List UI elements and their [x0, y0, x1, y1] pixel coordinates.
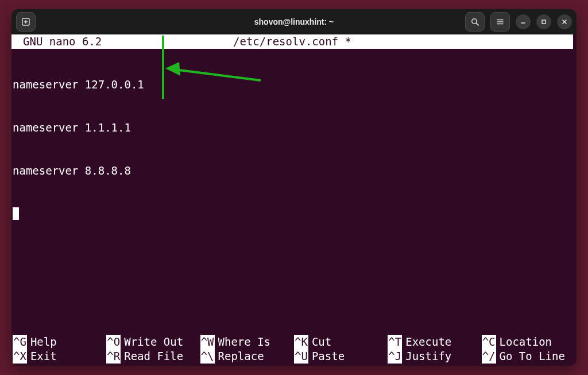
hamburger-icon — [496, 17, 505, 26]
shortcut-key: ^R — [106, 349, 121, 364]
shortcut-label: Cut — [312, 335, 331, 349]
menu-button[interactable] — [490, 12, 510, 32]
shortcut-label: Go To Line — [500, 349, 565, 364]
svg-rect-9 — [542, 20, 546, 24]
shortcut-label: Justify — [405, 349, 451, 364]
minimize-icon — [520, 18, 527, 25]
text-cursor — [13, 207, 19, 220]
shortcut-label: Execute — [405, 335, 451, 349]
shortcut-readfile: ^RRead File — [106, 349, 200, 364]
shortcut-key: ^X — [13, 349, 27, 364]
shortcut-key: ^T — [388, 335, 402, 349]
titlebar-left — [16, 12, 36, 32]
shortcut-replace: ^\Replace — [200, 349, 294, 364]
shortcut-key: ^C — [482, 335, 496, 349]
minimize-button[interactable] — [516, 14, 531, 29]
shortcut-label: Replace — [218, 349, 264, 364]
shortcut-location: ^CLocation — [482, 335, 575, 349]
editor-line: nameserver 127.0.0.1 — [13, 78, 575, 92]
shortcut-label: Read File — [124, 349, 183, 364]
nano-file-name: /etc/resolv.conf * — [233, 34, 351, 49]
maximize-icon — [540, 18, 547, 25]
shortcut-label: Paste — [312, 349, 345, 364]
nano-header-bar: GNU nano 6.2 /etc/resolv.conf * — [11, 34, 573, 49]
shortcut-key: ^\ — [200, 349, 215, 364]
new-tab-icon — [21, 17, 30, 26]
editor-body[interactable]: nameserver 127.0.0.1 nameserver 1.1.1.1 … — [11, 49, 577, 335]
terminal-window: shovon@linuxhint: ~ — [11, 9, 577, 366]
shortcut-exit: ^XExit — [13, 349, 106, 364]
search-button[interactable] — [465, 12, 485, 32]
window-title: shovon@linuxhint: ~ — [254, 17, 334, 26]
shortcut-key: ^K — [294, 335, 308, 349]
close-button[interactable] — [557, 14, 572, 29]
close-icon — [561, 18, 568, 25]
shortcut-label: Write Out — [124, 335, 183, 349]
shortcut-key: ^U — [294, 349, 308, 364]
shortcut-execute: ^TExecute — [388, 335, 481, 349]
nano-shortcuts: ^GHelp ^OWrite Out ^WWhere Is ^KCut ^TEx… — [11, 335, 577, 366]
shortcut-label: Help — [30, 335, 57, 349]
nano-app-name: GNU nano 6.2 — [13, 34, 102, 49]
titlebar: shovon@linuxhint: ~ — [11, 9, 577, 34]
new-tab-button[interactable] — [16, 12, 36, 32]
editor-line: nameserver 1.1.1.1 — [13, 121, 575, 135]
shortcut-whereis: ^WWhere Is — [200, 335, 294, 349]
search-icon — [470, 17, 479, 26]
shortcut-cut: ^KCut — [294, 335, 388, 349]
shortcut-key: ^W — [200, 335, 215, 349]
shortcut-writeout: ^OWrite Out — [106, 335, 200, 349]
shortcut-key: ^J — [388, 349, 402, 364]
shortcut-key: ^G — [13, 335, 27, 349]
editor-line: nameserver 8.8.8.8 — [13, 164, 575, 178]
shortcut-key: ^/ — [482, 349, 496, 364]
shortcut-gotoline: ^/Go To Line — [482, 349, 575, 364]
shortcut-paste: ^UPaste — [294, 349, 388, 364]
shortcut-label: Exit — [30, 349, 57, 364]
shortcut-justify: ^JJustify — [388, 349, 481, 364]
shortcut-label: Location — [500, 335, 552, 349]
terminal-content[interactable]: GNU nano 6.2 /etc/resolv.conf * nameserv… — [11, 34, 577, 366]
shortcut-label: Where Is — [218, 335, 271, 349]
editor-cursor-line — [13, 207, 575, 221]
maximize-button[interactable] — [536, 14, 551, 29]
shortcut-key: ^O — [106, 335, 121, 349]
shortcut-help: ^GHelp — [13, 335, 106, 349]
titlebar-right — [465, 12, 572, 32]
svg-line-4 — [476, 23, 478, 25]
